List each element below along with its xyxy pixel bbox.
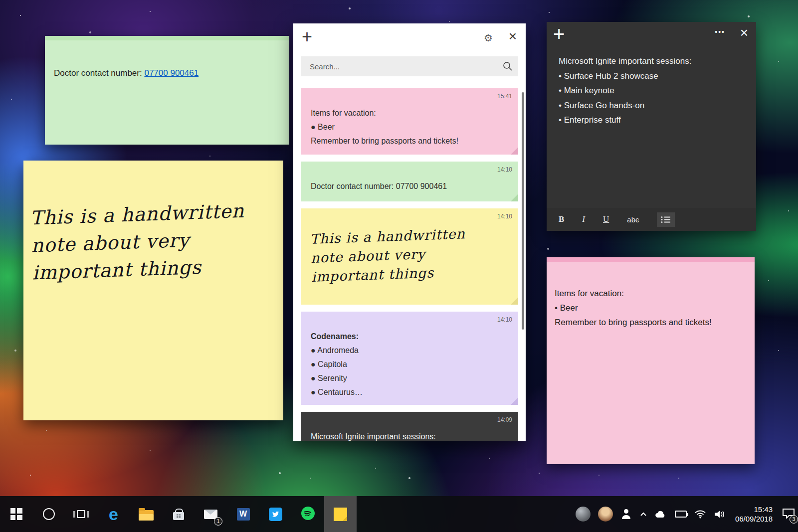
note-text: ● Capitola [311, 357, 508, 371]
note-text: • Enterprise stuff [559, 113, 744, 128]
note-text: Microsoft Ignite important sessions: [559, 54, 744, 69]
avatar[interactable] [598, 507, 613, 522]
charcoal-sticky-note: + ••• × Microsoft Ignite important sessi… [547, 22, 756, 231]
spotify-icon [301, 507, 315, 522]
close-icon[interactable]: × [740, 25, 748, 41]
pink-sticky-note: Items for vacation: • Beer Remember to b… [547, 257, 755, 464]
clock-time: 15:43 [754, 505, 773, 514]
folder-icon [139, 510, 154, 521]
list-item-vacation-note[interactable]: 15:41 Items for vacation: ● Beer Remembe… [301, 88, 518, 155]
note-text: Remember to bring passports and tickets! [311, 134, 508, 148]
volume-icon[interactable] [714, 510, 726, 519]
pink-note-body[interactable]: Items for vacation: • Beer Remember to b… [547, 262, 755, 330]
folded-corner [511, 194, 518, 201]
note-text: Items for vacation: [311, 106, 508, 120]
close-icon[interactable]: × [509, 28, 517, 44]
green-note-body[interactable]: Doctor contact number: 07700 900461 [45, 40, 289, 78]
clock-date: 06/09/2018 [735, 514, 773, 524]
phone-number-link[interactable]: 07700 900461 [144, 68, 199, 78]
note-edit-area[interactable]: Microsoft Ignite important sessions: • S… [547, 49, 756, 128]
list-item-handwritten-note[interactable]: 14:10 This is a handwritten note about v… [301, 208, 518, 305]
note-text: Items for vacation: [555, 286, 747, 301]
cortana-circle-icon [43, 508, 55, 520]
settings-gear-icon[interactable]: ⚙ [484, 32, 493, 44]
people-icon[interactable] [620, 509, 632, 519]
italic-button[interactable]: I [582, 214, 585, 224]
note-drag-bar[interactable]: + ••• × [547, 22, 756, 49]
action-center-button[interactable]: 3 [782, 508, 795, 521]
green-note-text: Doctor contact number: [54, 68, 142, 78]
handwritten-ink: This is a handwritten note about very im… [310, 223, 509, 287]
note-text: ● Beer [311, 120, 508, 134]
wifi-icon[interactable] [694, 510, 706, 519]
taskbar: e 1 W [0, 496, 798, 532]
file-explorer-button[interactable] [130, 496, 162, 532]
note-text: ● Serenity [311, 371, 508, 385]
note-text: • Surface Hub 2 showcase [559, 69, 744, 84]
start-button[interactable] [0, 496, 32, 532]
note-drag-bar[interactable] [45, 36, 289, 40]
note-text: • Main keynote [559, 83, 744, 98]
note-timestamp: 15:41 [497, 93, 512, 100]
edge-icon: e [109, 507, 118, 522]
search-icon[interactable] [502, 61, 513, 74]
store-button[interactable] [162, 496, 195, 532]
scrollbar-thumb[interactable] [522, 92, 524, 330]
battery-icon[interactable] [675, 511, 687, 518]
folded-corner [511, 147, 518, 155]
more-menu-icon[interactable]: ••• [715, 28, 725, 36]
word-button[interactable]: W [227, 496, 259, 532]
note-text: • Surface Go hands-on [559, 98, 744, 113]
mail-button[interactable]: 1 [195, 496, 227, 532]
add-note-button[interactable]: + [553, 23, 565, 45]
note-text: ● Centaurus… [311, 385, 508, 399]
twitter-button[interactable] [259, 496, 292, 532]
notes-list: 15:41 Items for vacation: ● Beer Remembe… [301, 88, 518, 441]
note-text: • Beer [555, 301, 747, 315]
bullet-list-button[interactable] [657, 212, 675, 227]
store-bag-icon [173, 512, 184, 520]
note-timestamp: 14:10 [497, 316, 512, 323]
search-box [301, 56, 518, 76]
wallpaper-stars [0, 0, 1, 1]
yellow-sticky-note[interactable]: This is a handwritten note about very im… [23, 161, 283, 420]
chevron-up-icon[interactable] [640, 512, 647, 517]
onedrive-cloud-icon[interactable] [654, 510, 667, 519]
desktop: Doctor contact number: 07700 900461 This… [0, 0, 798, 532]
handwritten-ink: This is a handwritten note about very im… [21, 156, 285, 287]
list-item-doctor-note[interactable]: 14:10 Doctor contact number: 07700 90046… [301, 162, 518, 201]
note-text: Codenames: [311, 330, 508, 344]
note-drag-bar[interactable] [547, 257, 755, 262]
list-item-codenames-note[interactable]: 14:10 Codenames: ● Andromeda ● Capitola … [301, 312, 518, 405]
note-timestamp: 14:09 [497, 416, 512, 423]
sticky-notes-list-window: + ⚙ × 15:41 Items for vacation: ● Beer R… [293, 23, 526, 441]
action-center-badge: 3 [790, 515, 798, 524]
folded-corner [511, 297, 518, 305]
clock[interactable]: 15:43 06/09/2018 [733, 505, 775, 524]
bold-button[interactable]: B [559, 214, 564, 224]
note-text: Doctor contact number: 07700 900461 [311, 179, 508, 193]
sticky-notes-icon [334, 508, 347, 521]
search-input[interactable] [301, 56, 518, 76]
task-view-button[interactable] [65, 496, 97, 532]
note-text: ● Andromeda [311, 344, 508, 357]
spotify-button[interactable] [292, 496, 324, 532]
task-view-icon [73, 510, 89, 518]
formatting-toolbar: B I U abc [547, 208, 756, 231]
cortana-button[interactable] [32, 496, 65, 532]
word-icon: W [237, 508, 250, 521]
windows-logo-icon [10, 508, 22, 520]
list-window-titlebar[interactable]: + ⚙ × [293, 23, 526, 51]
edge-button[interactable]: e [97, 496, 130, 532]
note-timestamp: 14:10 [497, 166, 512, 173]
note-text: Microsoft Ignite important sessions: [311, 430, 508, 441]
underline-button[interactable]: U [603, 214, 609, 224]
sticky-notes-button[interactable] [324, 496, 357, 532]
note-timestamp: 14:10 [497, 213, 512, 220]
list-item-ignite-note[interactable]: 14:09 Microsoft Ignite important session… [301, 412, 518, 441]
green-sticky-note: Doctor contact number: 07700 900461 [45, 36, 289, 145]
strikethrough-button[interactable]: abc [627, 215, 639, 224]
add-note-button[interactable]: + [302, 26, 312, 47]
system-tray: 15:43 06/09/2018 3 [576, 496, 795, 532]
avatar[interactable] [576, 507, 591, 522]
